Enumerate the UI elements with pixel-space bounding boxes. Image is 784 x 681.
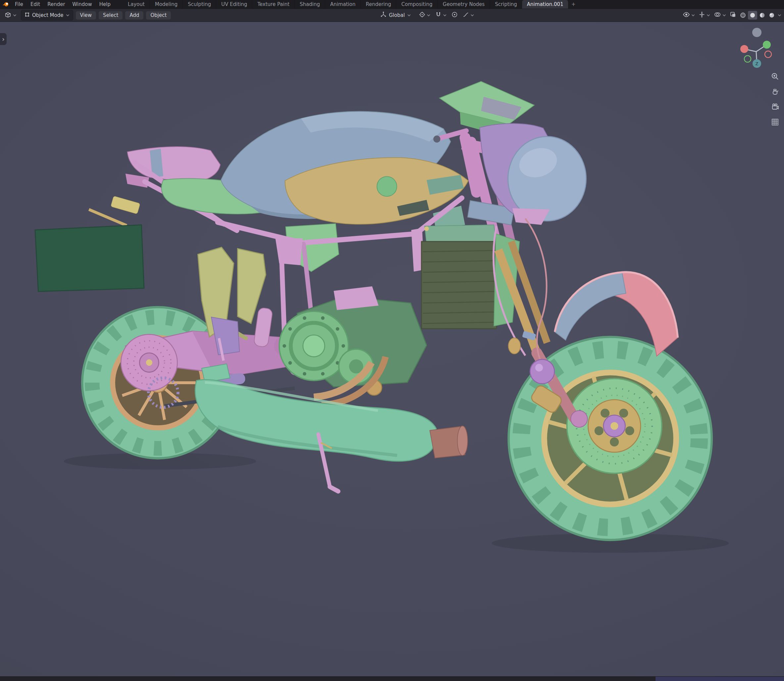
scene-canvas <box>0 22 784 676</box>
chevron-down-icon <box>407 14 411 17</box>
chevron-down-icon <box>470 14 474 17</box>
engine[interactable] <box>279 286 427 405</box>
view-menu-button[interactable]: View <box>76 11 96 19</box>
workspace-tab-texture-paint[interactable]: Texture Paint <box>252 0 294 9</box>
gizmo-neg-y-ball[interactable] <box>744 55 751 62</box>
snap-toggle[interactable] <box>433 10 448 21</box>
gizmo-icon <box>698 11 705 19</box>
yellow-bracket <box>111 196 140 214</box>
viewport-editor-icon <box>4 11 11 19</box>
toggle-xray-button[interactable] <box>728 10 738 21</box>
gizmo-x-axis-ball[interactable] <box>740 45 748 53</box>
3d-viewport[interactable]: › Z <box>0 22 784 676</box>
status-bar-segment <box>655 677 784 681</box>
workspace-tab-sculpting[interactable]: Sculpting <box>183 0 216 9</box>
transform-orientation-label: Global <box>389 12 405 18</box>
show-gizmo-dropdown[interactable] <box>697 10 712 21</box>
workspace-tab-compositing[interactable]: Compositing <box>396 0 437 9</box>
frame-gusset <box>275 238 303 265</box>
eye-visibility-icon <box>683 11 690 19</box>
falloff-curve-icon <box>462 11 469 19</box>
gizmo-floating-ball[interactable] <box>752 28 762 37</box>
show-overlays-dropdown[interactable] <box>712 10 728 21</box>
workspace-tab-geometry-nodes[interactable]: Geometry Nodes <box>437 0 490 9</box>
proportional-editing-icon <box>451 11 458 19</box>
proportional-editing-toggle[interactable] <box>450 10 460 21</box>
pivot-point-dropdown[interactable] <box>417 10 432 21</box>
shading-rendered-button[interactable] <box>767 11 776 19</box>
select-menu-button[interactable]: Select <box>98 11 122 19</box>
toggle-orthographic-button[interactable] <box>770 117 781 128</box>
chevron-down-icon <box>66 14 70 17</box>
shading-options-chevron[interactable] <box>778 14 781 17</box>
xray-icon <box>730 11 736 19</box>
overlays-icon <box>714 11 721 19</box>
rendered-sphere-icon <box>768 12 775 19</box>
orientation-axes-icon <box>380 11 387 19</box>
status-bar <box>0 676 784 681</box>
pan-hand-icon <box>771 87 779 96</box>
workspace-tab-modeling[interactable]: Modeling <box>150 0 183 9</box>
toolbar-expand-arrow[interactable]: › <box>0 33 6 45</box>
show-object-types-dropdown[interactable] <box>681 10 697 21</box>
add-workspace-button[interactable]: + <box>568 0 578 9</box>
menu-window[interactable]: Window <box>69 0 96 9</box>
navigation-gizmo[interactable]: Z <box>736 27 776 76</box>
gizmo-y-axis-ball[interactable] <box>763 41 771 49</box>
workspace-tab-rendering[interactable]: Rendering <box>360 0 396 9</box>
proportional-falloff-dropdown[interactable] <box>461 10 476 21</box>
app-menu-bar: File Edit Render Window Help <box>11 0 114 9</box>
chevron-down-icon <box>427 14 430 17</box>
chevron-down-icon <box>443 14 447 17</box>
object-mode-dropdown[interactable]: Object Mode <box>21 10 73 21</box>
menu-file[interactable]: File <box>11 0 27 9</box>
pivot-point-icon <box>419 11 425 19</box>
camera-view-icon <box>771 103 779 111</box>
wireframe-sphere-icon <box>740 12 746 19</box>
object-menu-button[interactable]: Object <box>146 11 171 19</box>
blender-logo-icon[interactable] <box>0 1 11 8</box>
workspace-tab-layout[interactable]: Layout <box>123 0 150 9</box>
workspace-tab-uv-editing[interactable]: UV Editing <box>216 0 252 9</box>
motorcycle-model[interactable] <box>35 81 712 540</box>
pan-tool-button[interactable] <box>770 86 781 97</box>
chevron-down-icon <box>706 14 710 17</box>
editor-type-button[interactable] <box>3 10 18 21</box>
object-mode-icon <box>24 12 30 19</box>
zoom-icon <box>771 72 779 81</box>
shading-material-preview-button[interactable] <box>757 11 767 19</box>
chevron-down-icon <box>691 14 695 17</box>
menu-render[interactable]: Render <box>44 0 68 9</box>
topbar: File Edit Render Window Help Layout Mode… <box>0 0 784 9</box>
chevron-down-icon <box>722 14 726 17</box>
gizmo-z-label: Z <box>755 61 759 66</box>
workspace-tab-animation[interactable]: Animation <box>325 0 360 9</box>
rear-brake-disc[interactable] <box>121 334 177 390</box>
orthographic-grid-icon <box>771 118 779 127</box>
zoom-tool-button[interactable] <box>770 71 781 82</box>
object-mode-label: Object Mode <box>32 12 63 18</box>
viewport-header: Object Mode View Select Add Object Globa… <box>0 9 784 22</box>
chevron-down-icon <box>13 14 17 17</box>
workspace-tabs: Layout Modeling Sculpting UV Editing Tex… <box>123 0 578 9</box>
menu-edit[interactable]: Edit <box>27 0 44 9</box>
plate-rod <box>89 209 127 225</box>
material-sphere-icon <box>759 12 765 19</box>
camera-view-button[interactable] <box>770 101 781 112</box>
viewport-side-tools <box>770 71 781 128</box>
gizmo-neg-x-ball[interactable] <box>765 51 771 58</box>
shading-solid-button[interactable] <box>748 11 757 19</box>
solid-sphere-icon <box>749 12 756 19</box>
transform-orientation-dropdown[interactable]: Global <box>376 9 414 21</box>
workspace-tab-scripting[interactable]: Scripting <box>490 0 522 9</box>
menu-help[interactable]: Help <box>96 0 114 9</box>
workspace-tab-shading[interactable]: Shading <box>294 0 325 9</box>
add-menu-button[interactable]: Add <box>125 11 143 19</box>
workspace-tab-active[interactable]: Animation.001 <box>522 0 568 9</box>
number-plate[interactable] <box>35 225 144 291</box>
magnet-icon <box>435 11 442 19</box>
shading-wireframe-button[interactable] <box>738 11 747 19</box>
